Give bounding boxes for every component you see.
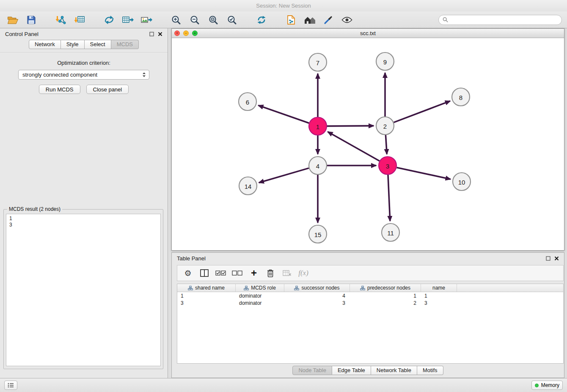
float-icon [546,256,550,261]
node-7[interactable]: 7 [309,53,327,71]
delete-column-button[interactable] [264,267,277,279]
window-close-button[interactable]: × [174,30,180,36]
cell-mcds-role[interactable]: dominator [236,293,284,299]
cell-successor-nodes[interactable]: 3 [284,300,350,306]
cell-predecessor-nodes[interactable]: 2 [350,300,421,306]
export-image-button[interactable] [139,13,154,27]
table-panel-close-button[interactable] [554,256,559,261]
network-graph[interactable]: 7968124314101511 [172,38,564,250]
tab-motifs[interactable]: Motifs [417,366,443,375]
window-minimize-button[interactable]: − [183,30,189,36]
table-row[interactable]: 3 dominator 3 2 3 [177,299,563,306]
select-all-button[interactable] [215,267,227,279]
edge-1-6[interactable] [258,105,309,123]
table-row[interactable]: 1 dominator 4 1 1 [177,292,563,299]
show-columns-button[interactable] [198,267,211,279]
node-14[interactable]: 14 [239,177,257,195]
mcds-result-title: MCDS result (2 nodes) [7,206,62,212]
criterion-select[interactable]: strongly connected component [18,70,149,80]
close-panel-button[interactable]: Close panel [86,85,129,94]
import-table-button[interactable] [72,13,87,27]
edge-3-1[interactable] [328,132,380,161]
node-11[interactable]: 11 [382,224,399,241]
import-network-button[interactable] [53,13,69,27]
tab-edge-table[interactable]: Edge Table [332,366,371,375]
node-3[interactable]: 3 [379,157,396,174]
control-panel-header: Control Panel [0,28,168,40]
node-2[interactable]: 2 [376,117,394,135]
mcds-result-list[interactable]: 1 3 [6,214,161,366]
export-network-button[interactable] [102,13,117,27]
column-header-name[interactable]: name [421,284,457,292]
open-session-button[interactable] [5,13,20,27]
tasks-button[interactable] [4,381,17,390]
search-box[interactable] [438,15,562,25]
tab-network[interactable]: Network [29,40,61,49]
divider [0,52,168,52]
cell-name[interactable]: 1 [421,293,457,299]
network-window-titlebar[interactable]: × − + scc.txt [172,29,564,38]
column-header-shared-name[interactable]: shared name [177,284,236,292]
export-image-icon [140,15,152,25]
cell-shared-name[interactable]: 1 [177,293,236,299]
edge-4-14[interactable] [259,168,309,182]
control-panel-float-button[interactable] [149,32,154,36]
node-9[interactable]: 9 [376,52,394,70]
zoom-in-button[interactable] [168,13,184,27]
zoom-out-button[interactable] [187,13,202,27]
network-canvas-container: 7968124314101511 [172,38,564,250]
table-panel-float-button[interactable] [546,256,550,261]
node-4[interactable]: 4 [309,157,327,174]
apply-function-button[interactable]: f(x) [297,267,310,279]
columns-icon [200,269,209,277]
column-header-mcds-role[interactable]: MCDS role [236,284,284,292]
eye-button[interactable] [339,13,355,27]
export-table-button[interactable] [120,13,135,27]
edge-2-8[interactable] [394,101,450,123]
tab-node-table[interactable]: Node Table [292,366,332,375]
tab-style[interactable]: Style [61,40,85,49]
node-6[interactable]: 6 [239,93,256,110]
node-8[interactable]: 8 [452,88,470,106]
search-input[interactable] [451,17,558,23]
tab-select[interactable]: Select [85,40,111,49]
houses-button[interactable] [302,13,317,27]
node-label: 2 [383,123,387,130]
node-10[interactable]: 10 [453,173,471,190]
memory-button[interactable]: Memory [531,381,563,390]
edge-3-11[interactable] [388,175,390,221]
deselect-all-button[interactable] [231,267,244,279]
run-mcds-button[interactable]: Run MCDS [39,85,80,94]
clipboard-network-button[interactable] [284,13,299,27]
cell-name[interactable]: 3 [421,300,457,306]
window-zoom-button[interactable]: + [192,30,198,36]
wand-button[interactable] [321,13,336,27]
tab-mcds[interactable]: MCDS [111,40,139,49]
zoom-fit-button[interactable] [206,13,221,27]
mcds-result-group: MCDS result (2 nodes) 1 3 [3,209,163,369]
edge-3-10[interactable] [396,168,450,179]
mcds-buttons-row: Run MCDS Close panel [0,85,168,94]
zoom-selected-button[interactable] [224,13,239,27]
column-header-predecessor-nodes[interactable]: predecessor nodes [350,284,421,292]
sort-icon [244,286,249,290]
cell-predecessor-nodes[interactable]: 1 [350,293,421,299]
control-panel-close-button[interactable] [158,32,162,36]
node-label: 9 [383,58,387,66]
edge-1-2[interactable] [327,126,374,126]
cell-mcds-role[interactable]: dominator [236,300,284,306]
node-1[interactable]: 1 [309,117,327,135]
refresh-network-button[interactable] [254,13,269,27]
cell-shared-name[interactable]: 3 [177,300,236,306]
delete-table-button[interactable] [281,267,293,279]
node-label: 8 [459,94,462,101]
save-session-button[interactable] [24,13,39,27]
tab-network-table[interactable]: Network Table [371,366,417,375]
edge-2-3[interactable] [385,135,387,154]
table-mode-button[interactable]: ⚙ [182,267,194,279]
add-column-button[interactable]: + [248,267,260,279]
column-header-successor-nodes[interactable]: successor nodes [284,284,350,292]
node-15[interactable]: 15 [309,225,327,243]
chevron-up-down-icon [142,72,146,77]
cell-successor-nodes[interactable]: 4 [284,293,350,299]
